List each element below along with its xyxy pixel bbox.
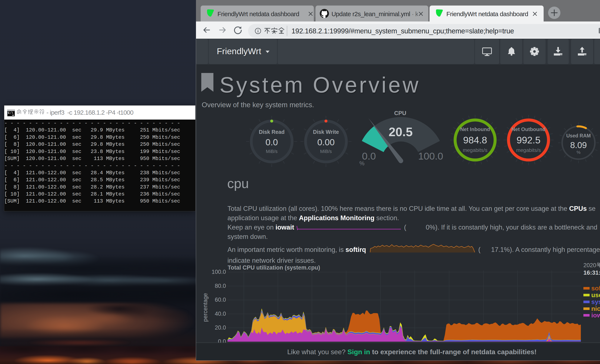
svg-text:8.09: 8.09	[570, 140, 587, 150]
svg-text:0.0: 0.0	[265, 137, 278, 147]
svg-text:megabits/s: megabits/s	[516, 147, 541, 153]
svg-text:megabits/s: megabits/s	[463, 147, 488, 153]
svg-text:20.5: 20.5	[389, 125, 413, 139]
svg-text:CPU: CPU	[394, 110, 406, 116]
svg-text:%: %	[359, 160, 365, 167]
svg-text:Net Inbound: Net Inbound	[460, 126, 490, 132]
svg-text:%: %	[577, 150, 581, 155]
svg-text:MiB/s: MiB/s	[320, 149, 332, 154]
svg-text:992.5: 992.5	[516, 135, 541, 146]
svg-text:MiB/s: MiB/s	[266, 149, 278, 154]
svg-text:Net Outbound: Net Outbound	[512, 126, 545, 132]
svg-text:Disk Read: Disk Read	[259, 129, 285, 135]
svg-text:100.0: 100.0	[418, 150, 443, 162]
svg-text:Used RAM: Used RAM	[566, 133, 591, 139]
svg-text:0.00: 0.00	[317, 137, 335, 147]
svg-text:Disk Write: Disk Write	[313, 129, 339, 135]
svg-text:984.8: 984.8	[463, 135, 487, 146]
